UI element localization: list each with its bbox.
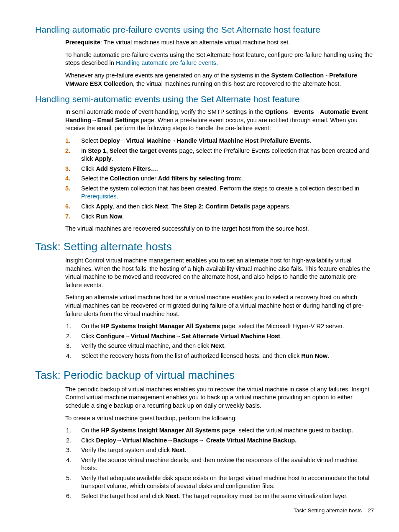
step-2: In Step 1, Select the target events page… <box>65 147 374 165</box>
auto-prefailure-config-paragraph: To handle automatic pre-failure events u… <box>65 51 374 67</box>
heading-task-periodic-backup: Task: Periodic backup of virtual machine… <box>35 368 374 382</box>
backup-steps-list: On the HP Systems Insight Manager All Sy… <box>65 427 374 502</box>
step-5: Select the system collection that has be… <box>65 185 374 203</box>
backup-step-2: Click Deploy→Virtual Machine→Backups→ Cr… <box>65 437 374 447</box>
link-prerequisites[interactable]: Prerequisites <box>81 193 117 200</box>
step-6: Click Apply, and then click Next. The St… <box>65 203 374 213</box>
step-1: Select Deploy→Virtual Machine→Handle Vir… <box>65 137 374 147</box>
heading-handling-semi-auto: Handling semi-automatic events using the… <box>35 94 374 105</box>
section3-body: Insight Control virtual machine manageme… <box>65 257 374 362</box>
backup-step-5: Verify that adequate available disk spac… <box>65 474 374 492</box>
alt-host-steps-list: On the HP Systems Insight Manager All Sy… <box>65 322 374 362</box>
alt-step-1: On the HP Systems Insight Manager All Sy… <box>65 322 374 332</box>
backup-step-6: Select the target host and click Next. T… <box>65 492 374 502</box>
prerequisite-paragraph: Prerequisite: The virtual machines must … <box>65 39 374 47</box>
section2-body: In semi-automatic mode of event handling… <box>65 108 374 233</box>
backup-intro-2: To create a virtual machine guest backup… <box>65 414 374 423</box>
footer-section-label: Task: Setting alternate hosts <box>294 507 362 514</box>
semi-auto-steps-list: Select Deploy→Virtual Machine→Handle Vir… <box>65 137 374 222</box>
auto-prefailure-collection-paragraph: Whenever any pre-failure events are gene… <box>65 72 374 88</box>
prerequisite-text: : The virtual machines must have an alte… <box>100 39 290 46</box>
alt-host-intro-2: Setting an alternate virtual machine hos… <box>65 293 374 318</box>
alt-step-4: Select the recovery hosts from the list … <box>65 352 374 362</box>
page: Handling automatic pre-failure events us… <box>0 0 399 532</box>
section4-body: The periodic backup of virtual machines … <box>65 386 374 502</box>
step-3: Click Add System Filters…. <box>65 165 374 175</box>
backup-intro-1: The periodic backup of virtual machines … <box>65 386 374 410</box>
step-4: Select the Collection under Add filters … <box>65 175 374 185</box>
heading-handling-auto-prefailure: Handling automatic pre-failure events us… <box>35 24 374 35</box>
page-number: 27 <box>368 507 374 514</box>
heading-task-setting-alternate-hosts: Task: Setting alternate hosts <box>35 240 374 254</box>
alt-step-2: Click Configure→Virtual Machine→Set Alte… <box>65 332 374 342</box>
alt-host-intro-1: Insight Control virtual machine manageme… <box>65 257 374 289</box>
semi-auto-intro-paragraph: In semi-automatic mode of event handling… <box>65 108 374 133</box>
page-footer: Task: Setting alternate hosts 27 <box>294 507 374 514</box>
prerequisite-label: Prerequisite <box>65 39 100 46</box>
backup-step-1: On the HP Systems Insight Manager All Sy… <box>65 427 374 437</box>
link-handling-auto-prefailure-events[interactable]: Handling automatic pre-failure events <box>116 59 216 66</box>
semi-auto-result-paragraph: The virtual machines are recovered succe… <box>65 225 374 233</box>
backup-step-4: Verify the source virtual machine detail… <box>65 456 374 474</box>
section1-body: Prerequisite: The virtual machines must … <box>65 39 374 88</box>
backup-step-3: Verify the target system and click Next. <box>65 446 374 456</box>
alt-step-3: Verify the source virtual machine, and t… <box>65 342 374 352</box>
step-7: Click Run Now. <box>65 213 374 223</box>
